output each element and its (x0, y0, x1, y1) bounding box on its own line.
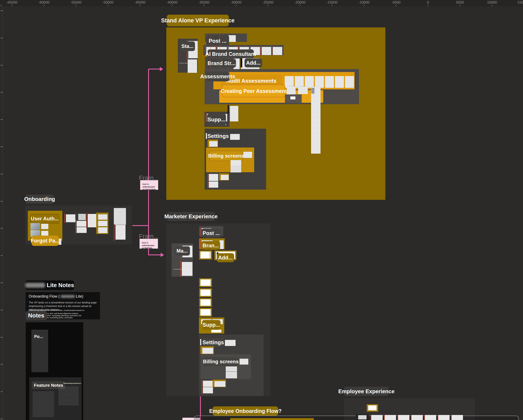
frame-billing-marketer[interactable]: Billing screens (201, 354, 251, 379)
page-thumbnail[interactable] (75, 226, 87, 234)
image-thumbnail[interactable] (75, 213, 85, 220)
page-thumbnail[interactable] (214, 380, 226, 387)
section-label-lite-notes[interactable]: Lite Notes (25, 280, 74, 290)
page-thumbnail[interactable] (261, 46, 272, 56)
page-thumbnail[interactable] (438, 415, 449, 420)
image-thumbnail[interactable] (31, 223, 40, 230)
gold-thumbnail[interactable] (200, 346, 214, 354)
chip-employee-onboarding-flow[interactable]: Employee Onboarding Flow? (212, 406, 278, 416)
frame-supp-marketer[interactable]: Supp... (199, 317, 224, 334)
page-thumbnail[interactable] (286, 86, 296, 95)
gold-thumbnail-stack[interactable] (96, 213, 108, 234)
section-label-employee[interactable]: Employee Experience (344, 387, 389, 396)
section-label-notes[interactable]: Notes (25, 311, 47, 320)
chip-settings-marketer[interactable]: Settings (202, 337, 224, 347)
page-thumbnail[interactable] (344, 75, 355, 89)
chip-user-auth[interactable]: User Auth... (30, 214, 59, 223)
page-thumbnail[interactable] (271, 46, 283, 56)
page-thumbnail[interactable] (229, 105, 239, 123)
chip-add-marketer[interactable]: Add... (217, 253, 234, 262)
gold-thumbnail[interactable] (212, 380, 226, 387)
image-thumbnail[interactable] (356, 414, 369, 420)
gold-bar-partial[interactable] (230, 418, 314, 420)
sticky-note-standalone[interactable]: User is authenticated as Stand alone VP. (140, 180, 158, 190)
page-thumbnail[interactable] (187, 58, 198, 74)
connector-line-vertical[interactable] (148, 69, 149, 255)
gold-thumbnail[interactable] (199, 308, 212, 317)
page-thumbnail[interactable] (98, 227, 108, 234)
connector-line[interactable] (148, 69, 160, 69)
page-thumbnail[interactable] (98, 214, 108, 220)
frame-marketer[interactable]: Ma... Current User Post ... Bran... Add.… (166, 223, 270, 396)
chip-post-marketer[interactable]: Post ... (201, 229, 221, 238)
frame-notes[interactable]: Po... Feature Notes Onboarding Experienc… (26, 322, 83, 420)
frame-settings-standalone[interactable]: Settings Billing screens (204, 129, 266, 189)
frame-sta[interactable]: Current User Sta... (178, 39, 198, 73)
page-thumbnail[interactable] (371, 415, 383, 420)
figma-canvas[interactable]: -65000 -60000 -55000 -50000 -45000 -4000… (0, 0, 523, 420)
chip-add[interactable]: Add... (245, 58, 262, 67)
page-thumbnail[interactable] (224, 339, 236, 346)
gold-thumbnail[interactable] (199, 298, 212, 307)
chip-forgot-password[interactable]: Forgot Pa... (32, 236, 59, 246)
chip-bran[interactable]: Bran... (201, 241, 220, 250)
section-label-marketer[interactable]: Marketer Experience (167, 212, 215, 221)
page-thumbnail[interactable] (114, 208, 126, 225)
page-thumbnail[interactable] (75, 220, 87, 227)
image-thumbnail[interactable] (285, 94, 302, 103)
page-thumbnail[interactable] (239, 358, 249, 365)
document-feature-notes[interactable]: Feature Notes Onboarding Experience (29, 377, 82, 420)
connector-arrow-standalone[interactable] (160, 67, 163, 71)
page-thumbnail[interactable] (334, 75, 345, 89)
page-thumbnail[interactable] (98, 220, 108, 227)
page-thumbnail[interactable] (230, 160, 241, 166)
chip-supp-marketer[interactable]: Supp... (202, 320, 221, 330)
chip-billing-marketer[interactable]: Billing screens (203, 357, 238, 366)
connector-arrow-marketer[interactable] (161, 253, 164, 257)
page-thumbnail[interactable] (202, 347, 214, 354)
chip-ma[interactable]: Ma... (174, 246, 190, 255)
page-thumbnail[interactable] (211, 329, 221, 332)
page-thumbnail[interactable] (65, 214, 77, 223)
page-thumbnail[interactable] (86, 213, 98, 228)
chip-assessments[interactable]: Assessments (206, 72, 229, 82)
page-thumbnail[interactable] (208, 173, 219, 182)
page-thumbnail[interactable] (398, 415, 409, 420)
page-thumbnail[interactable] (208, 181, 219, 188)
page-thumbnail[interactable] (229, 133, 240, 140)
page-thumbnail[interactable] (297, 86, 308, 95)
page-thumbnail[interactable] (202, 387, 214, 394)
chip-creating-peer-assessment[interactable]: Creating Peer Assessment (222, 85, 285, 97)
page-thumbnail[interactable] (209, 140, 218, 147)
frame-standalone-vp[interactable]: Current User Sta... Post ... AI Brand Co… (166, 27, 385, 200)
gold-thumbnail[interactable] (367, 404, 378, 412)
chip-sta[interactable]: Sta... (180, 41, 195, 51)
long-page-thumbnail[interactable] (310, 85, 322, 155)
frame-supp[interactable]: Supp... (204, 112, 229, 127)
frame-billing-standalone[interactable]: Billing screens (206, 148, 254, 172)
page-thumbnail[interactable] (451, 415, 463, 420)
page-thumbnail[interactable] (411, 415, 423, 420)
page-thumbnail[interactable] (41, 223, 49, 230)
gold-thumbnail[interactable] (199, 288, 212, 297)
section-label-onboarding[interactable]: Onboarding (25, 195, 54, 204)
chip-brand-str[interactable]: Brand Str... (207, 59, 236, 68)
sticky-note-marketer[interactable]: User is authenticated as Marketer. (139, 239, 158, 249)
gold-thumbnail[interactable] (199, 278, 212, 287)
page-thumbnail[interactable] (324, 75, 335, 89)
connector-line-onboarding[interactable] (132, 225, 148, 226)
chip-po[interactable]: Po... (33, 333, 44, 340)
page-thumbnail[interactable] (226, 366, 237, 371)
frame-onboarding[interactable]: User Auth... Forgot Pa... (25, 206, 132, 244)
page-thumbnail[interactable] (243, 151, 253, 159)
page-thumbnail[interactable] (220, 174, 229, 181)
gold-thumbnail[interactable] (208, 140, 218, 147)
chip-supp[interactable]: Supp... (207, 114, 226, 125)
page-thumbnail[interactable] (114, 224, 127, 241)
chip-billing-screens[interactable]: Billing screens (209, 151, 243, 161)
page-thumbnail[interactable] (424, 415, 436, 420)
connector-line[interactable] (148, 255, 161, 255)
page-thumbnail[interactable] (384, 415, 396, 420)
frame-ma[interactable]: Ma... Current User (172, 243, 193, 277)
page-thumbnail[interactable] (180, 261, 193, 277)
